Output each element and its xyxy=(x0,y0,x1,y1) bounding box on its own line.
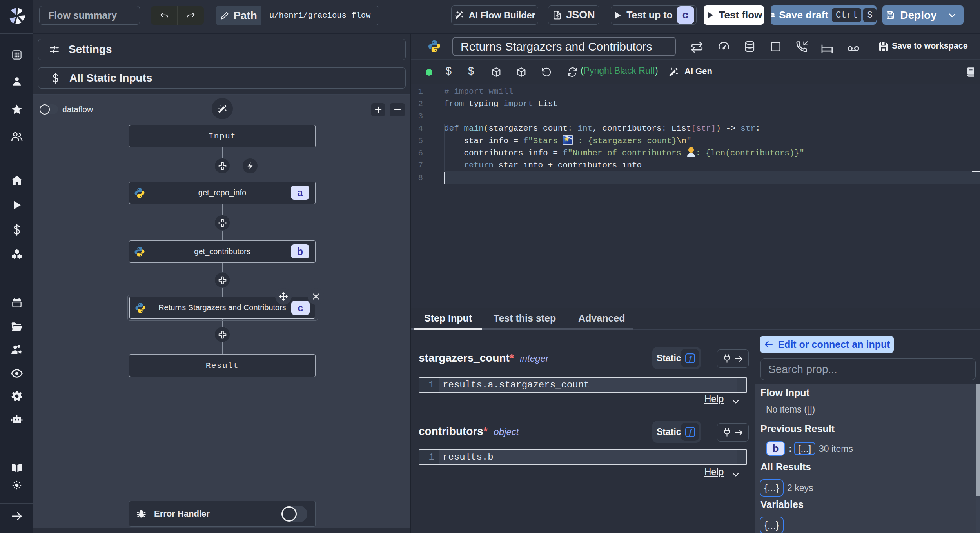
svg-text:f: f xyxy=(689,428,692,436)
svg-text:f: f xyxy=(689,354,692,362)
